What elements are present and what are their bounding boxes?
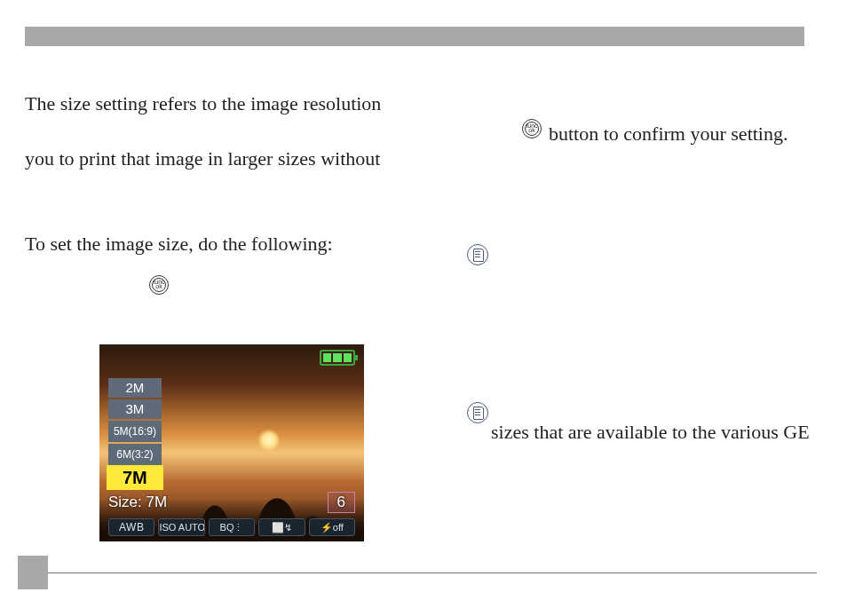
- right-column: funcok button to confirm your setting. s…: [522, 89, 824, 149]
- size-label: Size: 7M: [108, 494, 167, 511]
- toolbar-item: ISO AUTO: [158, 518, 204, 536]
- shots-remaining: 6: [328, 492, 355, 513]
- toolbar-item: ⬜↯: [258, 518, 305, 536]
- func-ok-icon: funcok: [149, 275, 169, 295]
- camera-lcd-preview: 2M3M5M(16:9)6M(3:2)7M Size: 7M 6 AWBISO …: [99, 344, 364, 541]
- size-option: 3M: [108, 399, 162, 419]
- size-option: 6M(3:2): [108, 444, 162, 465]
- size-menu: 2M3M5M(16:9)6M(3:2)7M: [108, 378, 162, 488]
- paragraph-line-1: The size setting refers to the image res…: [25, 89, 433, 119]
- toolbar-item: AWB: [108, 518, 154, 536]
- sizes-note-text: sizes that are available to the various …: [491, 417, 846, 447]
- size-option: 2M: [108, 378, 162, 398]
- camera-toolbar: AWBISO AUTOBQ⋮⬜↯⚡off: [108, 518, 355, 536]
- size-option: 5M(16:9): [108, 421, 162, 442]
- toolbar-item: BQ⋮: [209, 518, 255, 536]
- left-column: The size setting refers to the image res…: [25, 89, 433, 295]
- note-icon: [467, 244, 488, 265]
- page-number-tab: [18, 556, 48, 589]
- toolbar-item: ⚡off: [309, 518, 355, 536]
- paragraph-line-2: you to print that image in larger sizes …: [25, 144, 433, 174]
- battery-icon: [320, 350, 355, 366]
- header-divider-bar: [25, 27, 804, 46]
- confirm-line: funcok button to confirm your setting.: [522, 119, 824, 149]
- size-option: 7M: [108, 467, 162, 488]
- note-icon: [467, 402, 488, 423]
- size-status-row: Size: 7M 6: [108, 492, 355, 513]
- footer-rule: [48, 573, 817, 573]
- confirm-text: button to confirm your setting.: [549, 119, 788, 149]
- paragraph-instruction: To set the image size, do the following:: [25, 229, 433, 259]
- func-ok-icon: funcok: [522, 119, 542, 138]
